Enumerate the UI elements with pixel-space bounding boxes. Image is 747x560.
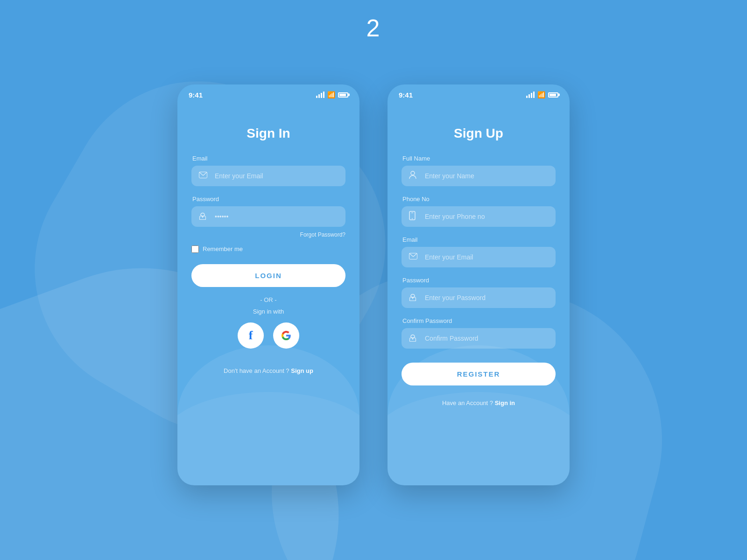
signup-password-wrapper [402,287,556,308]
wifi-icon: 📶 [327,91,335,98]
signin-wave-1 [177,345,359,485]
signup-bottom-label: Have an Account ? [442,399,493,406]
signin-email-group: Email [191,155,345,186]
signup-confirm-group: Confirm Password [402,317,556,349]
signup-password-group: Password [402,277,556,308]
signin-email-wrapper [191,166,345,186]
signup-name-group: Full Name [402,155,556,186]
signup-status-icons: 📶 [526,91,558,98]
battery-icon [338,92,348,98]
signup-screen: 9:41 📶 Sign Up Full Name [388,84,570,485]
signup-wifi-icon: 📶 [537,91,545,98]
signup-phone-label: Phone No [402,196,556,203]
signin-password-wrapper [191,206,345,227]
signin-wave-2 [177,392,359,485]
register-button[interactable]: REGISTER [402,363,556,385]
google-icon [281,330,291,341]
social-buttons: f [191,322,345,349]
signup-link[interactable]: Sign up [291,367,313,374]
google-button[interactable] [273,322,299,349]
signup-confirm-input[interactable] [402,328,556,349]
signin-email-label: Email [192,155,345,162]
signup-signal-icon [526,91,535,98]
signup-password-label: Password [402,277,556,284]
remember-me-label: Remember me [203,245,243,252]
signin-password-label: Password [192,196,345,203]
signup-phone-wrapper [402,206,556,227]
screens-container: 9:41 📶 Sign In Email [177,84,570,485]
signup-status-bar: 9:41 📶 [388,84,570,103]
facebook-button[interactable]: f [238,322,264,349]
signup-name-input[interactable] [402,166,556,186]
signal-icon [316,91,324,98]
signup-password-input[interactable] [402,287,556,308]
signin-link[interactable]: Sign in [495,399,515,406]
signup-email-group: Email [402,236,556,267]
login-button[interactable]: LOGIN [191,264,345,287]
signin-password-group: Password [191,196,345,227]
signup-content: Sign Up Full Name Phone No [388,103,570,485]
or-divider: - OR - [191,296,345,303]
signup-title: Sign Up [402,126,556,141]
signup-email-input[interactable] [402,247,556,267]
signup-time: 9:41 [399,91,413,99]
signin-status-bar: 9:41 📶 [177,84,359,103]
signup-bottom-text: Have an Account ? Sign in [402,399,556,406]
signin-time: 9:41 [189,91,203,99]
page-number: 2 [366,14,381,42]
signup-name-label: Full Name [402,155,556,162]
forgot-password-link[interactable]: Forgot Password? [191,231,345,238]
signin-title: Sign In [191,126,345,141]
signup-phone-group: Phone No [402,196,556,227]
signup-confirm-label: Confirm Password [402,317,556,324]
signin-email-input[interactable] [191,166,345,186]
signin-bottom-text: Don't have an Account ? Sign up [191,367,345,374]
signin-content: Sign In Email Password [177,103,359,485]
signup-battery-icon [548,92,558,98]
signup-confirm-wrapper [402,328,556,349]
remember-me-group: Remember me [191,245,345,253]
signup-email-wrapper [402,247,556,267]
sign-in-with-label: Sign in with [191,308,345,315]
signup-name-wrapper [402,166,556,186]
facebook-icon: f [249,329,253,342]
signin-password-input[interactable] [191,206,345,227]
signup-email-label: Email [402,236,556,243]
signin-status-icons: 📶 [316,91,348,98]
signin-bottom-label: Don't have an Account ? [224,367,289,374]
signin-screen: 9:41 📶 Sign In Email [177,84,359,485]
remember-me-checkbox[interactable] [191,245,199,253]
signup-phone-input[interactable] [402,206,556,227]
